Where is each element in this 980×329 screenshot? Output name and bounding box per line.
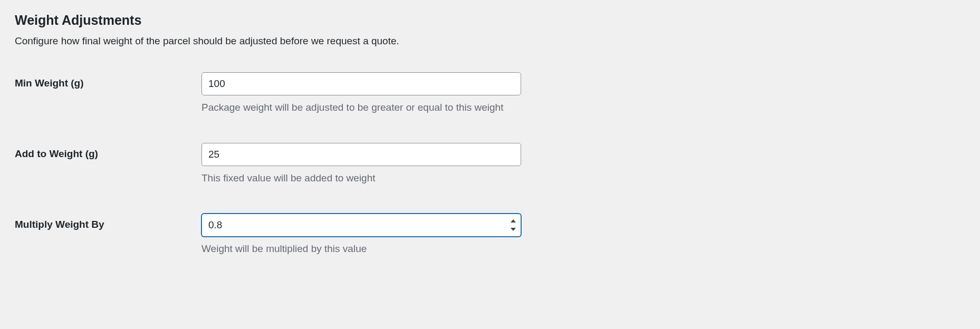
row-add-weight: Add to Weight (g) This fixed value will … — [15, 143, 965, 184]
add-weight-input[interactable] — [201, 143, 521, 166]
multiply-weight-input[interactable] — [201, 214, 521, 237]
number-stepper — [507, 216, 519, 235]
section-description: Configure how final weight of the parcel… — [15, 35, 965, 47]
min-weight-input[interactable] — [201, 72, 521, 95]
help-min-weight: Package weight will be adjusted to be gr… — [201, 102, 571, 113]
section-title: Weight Adjustments — [15, 13, 965, 28]
row-multiply-weight: Multiply Weight By Wei — [15, 214, 965, 255]
label-add-weight: Add to Weight (g) — [15, 143, 201, 160]
help-multiply-weight: Weight will be multiplied by this value — [201, 243, 571, 255]
label-min-weight: Min Weight (g) — [15, 72, 201, 89]
row-min-weight: Min Weight (g) Package weight will be ad… — [15, 72, 965, 113]
help-add-weight: This fixed value will be added to weight — [201, 172, 571, 184]
chevron-down-icon — [511, 228, 516, 231]
svg-marker-0 — [511, 219, 516, 222]
svg-marker-1 — [511, 228, 516, 231]
step-up-button[interactable] — [507, 217, 519, 225]
chevron-up-icon — [511, 219, 516, 222]
step-down-button[interactable] — [507, 225, 519, 234]
label-multiply-weight: Multiply Weight By — [15, 214, 201, 230]
